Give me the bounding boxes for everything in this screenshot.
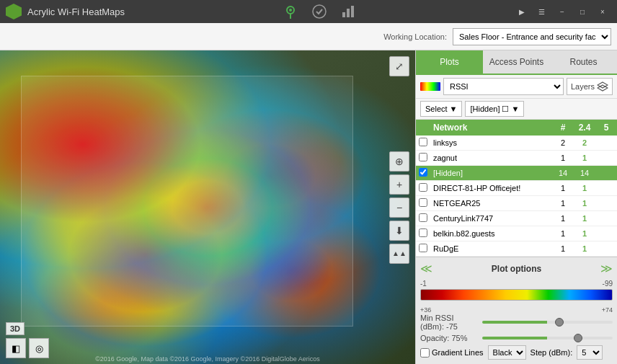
row-checkbox[interactable]: [419, 183, 427, 192]
gradient-markers: +36 +74: [420, 306, 613, 314]
network-24ghz: 1: [574, 241, 595, 257]
network-name: linksys: [430, 136, 552, 151]
tab-access-points[interactable]: Access Points: [483, 50, 550, 74]
plot-options: ≪ Plot options ≫ -1 -99 +36 +74: [416, 257, 617, 364]
app-title: Acrylic Wi-Fi HeatMaps: [27, 6, 125, 17]
close-button[interactable]: ×: [594, 4, 611, 19]
expand-button[interactable]: ⤢: [389, 56, 409, 76]
layer-toggle-button[interactable]: ◧: [6, 338, 26, 358]
network-24ghz: 1: [574, 196, 595, 211]
collapse-right-button[interactable]: ≫: [600, 262, 613, 275]
network-5ghz: [595, 181, 617, 196]
hidden-button[interactable]: [Hidden] ☐ ▼: [465, 101, 524, 117]
table-row[interactable]: DIRECT-81-HP Officejet!11: [416, 181, 617, 196]
col-24: 2.4: [574, 120, 595, 136]
step-select[interactable]: 5: [577, 345, 603, 360]
network-name: [Hidden]: [430, 166, 552, 181]
map-controls-right: ⊕ + − ⬇ ▲▲: [389, 151, 409, 264]
zoom-in-button[interactable]: +: [389, 174, 409, 195]
maximize-button[interactable]: □: [574, 4, 591, 19]
network-count: 1: [552, 151, 574, 166]
titlebar-center: [280, 1, 358, 22]
opacity-slider[interactable]: [482, 337, 613, 339]
network-5ghz: [595, 151, 617, 166]
network-5ghz: [595, 136, 617, 151]
row-checkbox[interactable]: [419, 228, 427, 237]
network-5ghz: [595, 241, 617, 257]
tab-routes[interactable]: Routes: [550, 50, 617, 74]
network-count: 14: [552, 166, 574, 181]
network-5ghz: [595, 196, 617, 211]
scale-min-label: -1: [420, 280, 427, 288]
marker-right: +74: [602, 306, 613, 314]
zoom-out-button[interactable]: −: [389, 197, 409, 218]
map-icon[interactable]: [280, 1, 301, 22]
row-checkbox[interactable]: [419, 153, 427, 161]
network-count: 1: [552, 181, 574, 196]
table-row[interactable]: RuDgE11: [416, 241, 617, 257]
step-label: Step (dBm):: [531, 348, 573, 357]
rssi-select[interactable]: RSSI: [443, 78, 564, 95]
table-row[interactable]: [Hidden]1414: [416, 166, 617, 181]
network-5ghz: [595, 211, 617, 226]
gradient-bar: [420, 289, 613, 301]
col-network: Network: [430, 120, 552, 136]
collapse-left-button[interactable]: ≪: [420, 262, 432, 275]
titlebar-left: Acrylic Wi-Fi HeatMaps: [6, 4, 125, 19]
table-row[interactable]: belkin.b82.guests11: [416, 226, 617, 241]
row-checkbox[interactable]: [419, 138, 427, 146]
navigate-button[interactable]: ◎: [29, 338, 49, 358]
network-24ghz: 14: [574, 166, 595, 181]
app-logo: [6, 4, 22, 19]
opacity-label: Opacity: 75%: [420, 334, 478, 342]
play-button[interactable]: ▶: [513, 4, 531, 19]
plot-options-title: Plot options: [432, 264, 600, 274]
compass-button[interactable]: ⊕: [389, 151, 409, 172]
col-count: #: [552, 120, 574, 136]
table-row[interactable]: NETGEAR2511: [416, 196, 617, 211]
network-name: RuDgE: [430, 241, 552, 257]
network-5ghz: [595, 166, 617, 181]
network-count: 1: [552, 211, 574, 226]
row-checkbox[interactable]: [419, 213, 427, 222]
color-bar[interactable]: [420, 289, 613, 303]
minimize-button[interactable]: −: [554, 4, 571, 19]
network-count: 1: [552, 226, 574, 241]
row-checkbox[interactable]: [419, 198, 427, 207]
right-panel: Plots Access Points Routes RSSI: [415, 50, 617, 364]
gradient-lines-checkbox[interactable]: [420, 348, 430, 358]
select-button[interactable]: Select ▼: [420, 101, 462, 117]
network-count: 1: [552, 196, 574, 211]
networks-table[interactable]: Network # 2.4 5 linksys22zagnut11[Hidden…: [416, 120, 617, 257]
color-select[interactable]: Black: [488, 345, 526, 360]
table-row[interactable]: linksys22: [416, 136, 617, 151]
table-row[interactable]: CenturyLink774711: [416, 211, 617, 226]
svg-point-1: [289, 9, 292, 12]
titlebar: Acrylic Wi-Fi HeatMaps ▶: [0, 0, 617, 23]
network-24ghz: 1: [574, 151, 595, 166]
badge-icon[interactable]: [309, 1, 329, 22]
map-area: ⤢ ⊕ + − ⬇ ▲▲ 3D ◧ ◎ ©2016 Google, Map da…: [0, 50, 415, 364]
layers-button[interactable]: Layers: [567, 78, 613, 95]
navigate-up-button[interactable]: ▲▲: [389, 244, 409, 264]
chart-icon[interactable]: [338, 1, 358, 22]
download-button[interactable]: ⬇: [389, 221, 409, 241]
opacity-row: Opacity: 75%: [420, 334, 613, 342]
layers-icon: [597, 81, 608, 92]
svg-rect-4: [347, 9, 350, 17]
svg-rect-3: [342, 12, 345, 17]
tab-plots[interactable]: Plots: [416, 50, 483, 74]
network-name: NETGEAR25: [430, 196, 552, 211]
row-checkbox[interactable]: [419, 168, 427, 177]
gradient-lines-label: Gradient Lines: [420, 348, 484, 358]
min-rssi-slider[interactable]: [482, 321, 613, 324]
network-24ghz: 2: [574, 136, 595, 151]
gradient-lines-row: Gradient Lines Black Step (dBm): 5: [420, 345, 613, 360]
working-location-select[interactable]: Sales Floor - Entrance and security faci…: [453, 28, 611, 45]
marker-left: +36: [420, 306, 431, 314]
table-row[interactable]: zagnut11: [416, 151, 617, 166]
row-checkbox[interactable]: [419, 244, 427, 252]
menu-button[interactable]: ☰: [533, 4, 551, 19]
3d-button[interactable]: 3D: [6, 322, 25, 335]
min-rssi-row: Min RSSI (dBm): -75: [420, 314, 613, 331]
